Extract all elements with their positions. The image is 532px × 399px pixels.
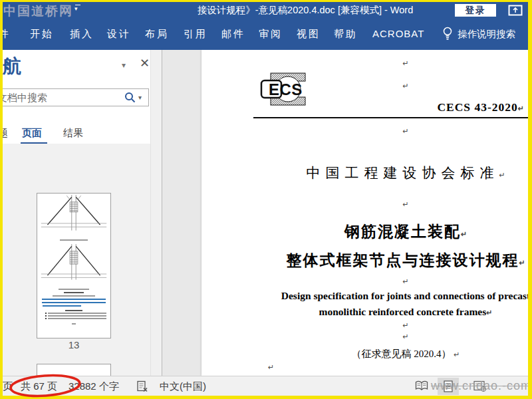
figure-caption-bar xyxy=(59,289,89,290)
joint-diagram-1 xyxy=(37,194,110,235)
paragraph-mark: ↵ xyxy=(402,277,408,285)
tracked-change-line xyxy=(43,305,81,307)
paragraph-mark: ↵ xyxy=(461,230,467,238)
figure-caption-bar xyxy=(60,239,88,241)
page-number-bar xyxy=(72,323,76,325)
paragraph-mark: ↵ xyxy=(519,259,525,267)
paragraph-mark: ↵ xyxy=(402,321,408,329)
figure-title-bar xyxy=(64,292,84,293)
tab-insert[interactable]: 插入 xyxy=(70,28,94,41)
nav-scrollbar-track[interactable] xyxy=(150,50,162,376)
svg-text:ECS: ECS xyxy=(269,80,303,98)
tab-acrobat[interactable]: ACROBAT xyxy=(372,28,424,39)
page-thumbnails-panel: 13 xyxy=(3,144,150,376)
document-title-cn-line1: 钢筋混凝土装配↵ xyxy=(201,221,528,242)
paragraph-mark: ↵ xyxy=(518,104,525,112)
nav-tab-strip: 标题 页面 结果 xyxy=(3,122,162,144)
search-placeholder: 在文档中搜索 xyxy=(3,92,47,104)
joint-diagram-2 xyxy=(37,243,110,284)
navigation-pane-title: 导航 xyxy=(3,54,21,79)
status-page-fragment[interactable]: 页 xyxy=(3,380,13,393)
paragraph-mark: ↵ xyxy=(402,82,408,90)
document-title: 接设计规程》-意见稿2020.4.doc [兼容模式] - Word xyxy=(162,4,448,17)
paragraph-mark: ↵ xyxy=(402,127,408,135)
tab-design[interactable]: 设计 xyxy=(107,28,131,41)
paragraph-mark: ↵ xyxy=(402,332,408,340)
paragraph-mark: ↵ xyxy=(268,363,274,371)
tab-view[interactable]: 视图 xyxy=(297,28,321,41)
title-bar: 中国道桥网 ▾ 接设计规程》-意见稿2020.4.doc [兼容模式] - Wo… xyxy=(3,2,528,18)
site-watermark-status: www.cndao.-com xyxy=(431,379,528,393)
tab-file[interactable]: 件 xyxy=(3,28,9,41)
document-title-cn-line2: 整体式框架节点与连接设计规程↵ xyxy=(201,250,528,271)
paragraph-mark: ↵ xyxy=(499,171,505,179)
nav-options-caret-icon[interactable]: ▾ xyxy=(122,61,126,70)
navigation-pane: 导航 ▾ ✕ 在文档中搜索 ▾ 标题 页面 结果 xyxy=(3,50,162,376)
paragraph-mark: ↵ xyxy=(402,200,408,208)
tab-layout[interactable]: 布局 xyxy=(145,28,169,41)
list-item-bar xyxy=(45,315,106,317)
read-mode-icon[interactable] xyxy=(415,380,428,394)
search-magnifier-icon[interactable] xyxy=(124,92,136,106)
word-window: 中国道桥网 ▾ 接设计规程》-意见稿2020.4.doc [兼容模式] - Wo… xyxy=(3,2,528,396)
tab-mailings[interactable]: 邮件 xyxy=(221,28,245,41)
status-word-count[interactable]: 32882 个字 xyxy=(68,380,119,393)
tab-review[interactable]: 审阅 xyxy=(259,28,283,41)
proofing-error-icon[interactable] xyxy=(136,380,148,395)
draft-note: （征求意见稿 2020.4） ↵ xyxy=(201,348,528,360)
status-total-pages[interactable]: 共 67 页 xyxy=(21,380,57,393)
list-item-bar xyxy=(45,313,106,314)
lightbulb-icon xyxy=(442,26,454,43)
login-button[interactable]: 登录 xyxy=(455,4,496,17)
section-heading-bar xyxy=(65,310,82,311)
title-rule xyxy=(253,117,528,118)
nav-tab-results[interactable]: 结果 xyxy=(63,127,83,140)
screenshot-frame: 中国道桥网 ▾ 接设计规程》-意见稿2020.4.doc [兼容模式] - Wo… xyxy=(0,0,532,399)
association-standard-title: 中国工程建设协会标准↵ xyxy=(201,164,528,182)
paragraph-mark: ↵ xyxy=(402,59,408,67)
ribbon-tab-bar: 件 开始 插入 设计 布局 引用 邮件 审阅 视图 帮助 ACROBAT 操作说… xyxy=(3,18,528,50)
tell-me-search[interactable]: 操作说明搜索 xyxy=(458,28,515,41)
status-language[interactable]: 中文(中国) xyxy=(160,380,206,393)
paragraph-mark: ↵ xyxy=(454,350,460,358)
main-area: 导航 ▾ ✕ 在文档中搜索 ▾ 标题 页面 结果 xyxy=(3,50,528,376)
paragraph-mark: ↵ xyxy=(486,309,492,317)
tracked-change-line xyxy=(42,299,106,300)
standard-code: CECS 43-2020↵ xyxy=(201,100,528,114)
tab-help[interactable]: 帮助 xyxy=(334,28,358,41)
document-search-input[interactable]: 在文档中搜索 ▾ xyxy=(3,88,149,106)
nav-tab-headings[interactable]: 标题 xyxy=(3,127,8,140)
thumbnail-page-13[interactable] xyxy=(37,193,111,338)
tracked-change-line xyxy=(42,302,106,303)
list-item-bar xyxy=(45,318,106,319)
quick-access-dropdown-icon[interactable]: ▾ xyxy=(74,5,80,12)
nav-close-icon[interactable]: ✕ xyxy=(140,56,150,70)
document-title-en-line2: monolithic reinforced concrete frames↵ xyxy=(201,306,528,318)
figure-legend-bar xyxy=(53,295,95,297)
thumbnail-page-number: 13 xyxy=(37,339,111,350)
tab-references[interactable]: 引用 xyxy=(184,28,207,41)
document-page[interactable]: ↵ ↵ xyxy=(201,50,528,376)
ribbon-display-options-icon[interactable] xyxy=(508,5,523,19)
tab-home[interactable]: 开始 xyxy=(30,28,54,41)
nav-tab-pages[interactable]: 页面 xyxy=(22,127,42,140)
document-area: ↵ ↵ xyxy=(162,50,528,376)
document-title-en-line1: Design specification for joints and conn… xyxy=(201,290,528,302)
search-dropdown-caret-icon[interactable]: ▾ xyxy=(138,94,142,101)
status-bar: 页 共 67 页 32882 个字 中文(中国) www.cndao.-com xyxy=(3,376,528,396)
